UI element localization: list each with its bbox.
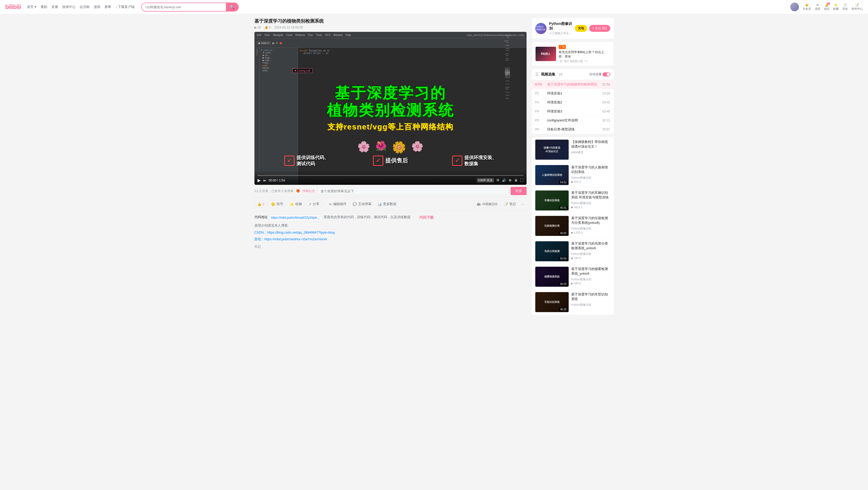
- ad-content: 广告 有无北京同学来B站上班？10点上班、双休 【广告】B站招人啦！1: [559, 45, 610, 63]
- danmaku-input-wrap: 发送: [317, 187, 527, 195]
- rec-title: 基于深度学习的人脸表情识别系统: [571, 165, 610, 174]
- playlist-title: 视频选集: [541, 72, 555, 77]
- desc-mianb: 面包：https://mbd.pub/o/author-cGeYm2xm/wor…: [254, 236, 527, 243]
- charge-button[interactable]: 充电: [575, 25, 587, 32]
- coin-button[interactable]: 🪙 投币: [268, 200, 286, 208]
- ad-banner[interactable]: B站招人 广告 有无北京同学来B站上班？10点上班、双休 【广告】B站招人啦！1: [532, 42, 614, 66]
- more-options-button[interactable]: ···: [520, 201, 527, 208]
- rec-item[interactable]: 垃圾检测分类 46:00 基于深度学习的垃圾检测与分类系统(yolov8) Py…: [532, 213, 614, 239]
- header-actions: 👑大会员 ✉消息 🔔3动态 ⭐收藏 🕐历史 📝创作中心: [790, 3, 863, 11]
- search-button[interactable]: 🔍: [226, 3, 238, 11]
- follow-button[interactable]: + 关注 581: [589, 25, 610, 32]
- channel-name[interactable]: Python图像识别: [549, 22, 572, 31]
- channel-info: Python图像识别 人工智能工作从业者，分享个人项目经验 2. 非谢大...: [549, 22, 572, 35]
- rec-item[interactable]: 读懂+代码复现 AI顶会论文 【保姆级教程】带你彻底搞透AI顶会论文！ bili…: [532, 137, 614, 162]
- header-msg[interactable]: ✉消息: [815, 3, 820, 11]
- playlist-item-title: 目标分类-模型训练: [547, 127, 600, 132]
- playlist-item[interactable]: P3 环境安装2 03:42: [532, 98, 614, 107]
- code-url-box[interactable]: https://mbd.pub/o/bread/ZZyXkplx，: [269, 214, 323, 221]
- rec-duration: 46:00: [559, 232, 567, 235]
- rec-item[interactable]: 车辆识别系统 40:31 基于深度学习的车辆识别系统 环境安装与模型训练 Pyt…: [532, 188, 614, 213]
- video-player[interactable]: EditViewNavigateCodeRefactorRunToolsVCSW…: [254, 32, 527, 185]
- nav-anime[interactable]: 番剧: [40, 5, 47, 9]
- nav-esports[interactable]: 赛事: [104, 5, 111, 9]
- header-dynamic[interactable]: 🔔3动态: [824, 3, 830, 11]
- logo[interactable]: bilibili: [5, 3, 21, 10]
- auto-play-label: 自动连播: [589, 72, 601, 76]
- rec-channel: Python图像识别: [571, 277, 610, 281]
- nav-live[interactable]: 直播: [51, 5, 58, 9]
- danmaku-toggle[interactable]: 弹: [497, 178, 499, 182]
- nav-game[interactable]: 游戏中心: [62, 5, 75, 9]
- header-vip[interactable]: 👑大会员: [803, 3, 811, 11]
- volume-button[interactable]: 🔊: [502, 178, 506, 182]
- ad-badge: 广告: [559, 45, 566, 49]
- danmaku-input[interactable]: [317, 187, 508, 195]
- rec-info: 基于深度学习的车辆识别系统 环境安装与模型训练 Python图像识别 ▶ 361…: [571, 190, 610, 211]
- recommended-items: 读懂+代码复现 AI顶会论文 【保姆级教程】带你彻底搞透AI顶会论文！ bili…: [532, 137, 614, 315]
- playlist-item[interactable]: H P1 基于深度学习的植物类别检测系统 01:54: [532, 80, 614, 89]
- overlay-title-line1: 基于深度学习的: [335, 85, 446, 102]
- playlist-item-duration: 01:54: [602, 83, 610, 86]
- rec-item[interactable]: 鸟类分类检测 55:00 基于深度学习的鸟类分类检测系统_yolov8 Pyth…: [532, 239, 614, 264]
- rec-thumb: 车辆识别系统 40:31: [535, 190, 569, 211]
- mianb-link[interactable]: 面包：https://mbd.pub/o/author-cGeYm2xm/wor…: [254, 237, 327, 241]
- like-button[interactable]: 👍 2: [254, 201, 267, 208]
- next-button[interactable]: ⏭: [263, 179, 266, 182]
- edit-button[interactable]: ✏ 编辑稿件: [327, 200, 349, 208]
- rec-duration: 46:26: [559, 282, 567, 286]
- rec-title: 基于深度学习的烟雾检测系统_yolov8: [571, 267, 610, 276]
- rec-item[interactable]: 烟雾检测系统 46:26 基于深度学习的烟雾检测系统_yolov8 Python…: [532, 264, 614, 289]
- share-button[interactable]: ↗ 分享: [306, 200, 322, 208]
- quality-button[interactable]: 1080P 高清: [477, 178, 494, 183]
- channel-avatar[interactable]: Python图像识别: [535, 23, 547, 34]
- avatar-wrap[interactable]: [790, 3, 799, 11]
- danmaku-button[interactable]: 💬 互动弹幕: [350, 200, 374, 208]
- ai-summary[interactable]: 🤖 AI视频总结: [474, 200, 500, 208]
- notes-button[interactable]: 📝 笔记: [501, 200, 519, 208]
- progress-bar[interactable]: [257, 175, 524, 176]
- playlist-section: 三 视频选集 1/6 自动连播 H P1 基于深度学习的植物类别检测系统 01:…: [532, 69, 614, 134]
- rec-title: 基于深度学习的车型识别系统: [571, 292, 610, 301]
- collect-button[interactable]: ⭐ 收藏: [287, 200, 305, 208]
- playlist-item[interactable]: P4 环境安装3 03:45: [532, 107, 614, 116]
- nav-manga[interactable]: 漫画: [94, 5, 100, 9]
- header-history[interactable]: 🕐历史: [842, 3, 848, 11]
- fullscreen-button[interactable]: ⛶: [520, 178, 524, 182]
- playlist-items: H P1 基于深度学习的植物类别检测系统 01:54 P2 环境安装1 23:0…: [532, 80, 614, 134]
- description-area: 代码地址 https://mbd.pub/o/bread/ZZyXkplx， 里…: [254, 211, 527, 253]
- desc-more[interactable]: 权起: [254, 244, 527, 250]
- play-button[interactable]: ▶: [257, 178, 260, 183]
- gift-label[interactable]: 弹幕礼仪: [303, 189, 315, 193]
- header-collect[interactable]: ⭐收藏: [833, 3, 839, 11]
- rec-thumb: 车型识别系统 46:28: [535, 292, 569, 312]
- code-download-label[interactable]: 代码下载: [419, 214, 434, 221]
- rec-item[interactable]: 人脸表情识别系统 54:52 基于深度学习的人脸表情识别系统 Python图像识…: [532, 162, 614, 188]
- auto-play-toggle[interactable]: [602, 72, 610, 76]
- nav-home[interactable]: 首页 ▾: [27, 5, 36, 9]
- rec-stats: ▶ 3612 1: [571, 206, 610, 209]
- playlist-item-duration: 03:42: [602, 101, 610, 104]
- send-danmaku-button[interactable]: 发送: [510, 187, 527, 195]
- video-title-section: 基于深度学习的植物类别检测系统 ▶ 10 💰 0 2024-03-12 16:0…: [254, 18, 527, 29]
- header-create[interactable]: 📝创作中心: [851, 3, 863, 11]
- rec-channel: Python图像识别: [571, 252, 610, 256]
- nav-download[interactable]: ↓ 下载客户端: [115, 5, 134, 9]
- rec-stats: ▶ 242 0: [571, 256, 610, 260]
- playlist-item[interactable]: P6 目标分类-模型训练 20:07: [532, 125, 614, 134]
- rec-info: 基于深度学习的鸟类分类检测系统_yolov8 Python图像识别 ▶ 242 …: [571, 241, 610, 261]
- playlist-item[interactable]: P2 环境安装1 23:04: [532, 89, 614, 98]
- interaction-bar: 👍 2 🪙 投币 ⭐ 收藏 ↗ 分享 ✏ 编辑稿件 💬 互动弹幕 📊 更多数据: [254, 197, 527, 211]
- nav-member[interactable]: 会员购: [80, 5, 90, 9]
- rec-item[interactable]: 车型识别系统 46:28 基于深度学习的车型识别系统 Python图像识别: [532, 289, 614, 315]
- csdn-link[interactable]: CSDN：https://blog.csdn.net/qq_28949847?t…: [254, 231, 335, 234]
- right-sidebar: Python图像识别 Python图像识别 人工智能工作从业者，分享个人项目经验…: [532, 18, 614, 315]
- danmaku-icon[interactable]: 🎁: [296, 189, 300, 193]
- pip-button[interactable]: 🖥: [514, 178, 518, 182]
- more-data-button[interactable]: 📊 更多数据: [375, 200, 399, 208]
- playlist-item-duration: 03:45: [602, 110, 610, 113]
- search-input[interactable]: [142, 4, 226, 10]
- playlist-item[interactable]: P5 configsyaml文件说明 02:21: [532, 116, 614, 125]
- view-count-meta: ▶ 10: [254, 26, 261, 29]
- settings-button[interactable]: ⚙: [508, 178, 512, 182]
